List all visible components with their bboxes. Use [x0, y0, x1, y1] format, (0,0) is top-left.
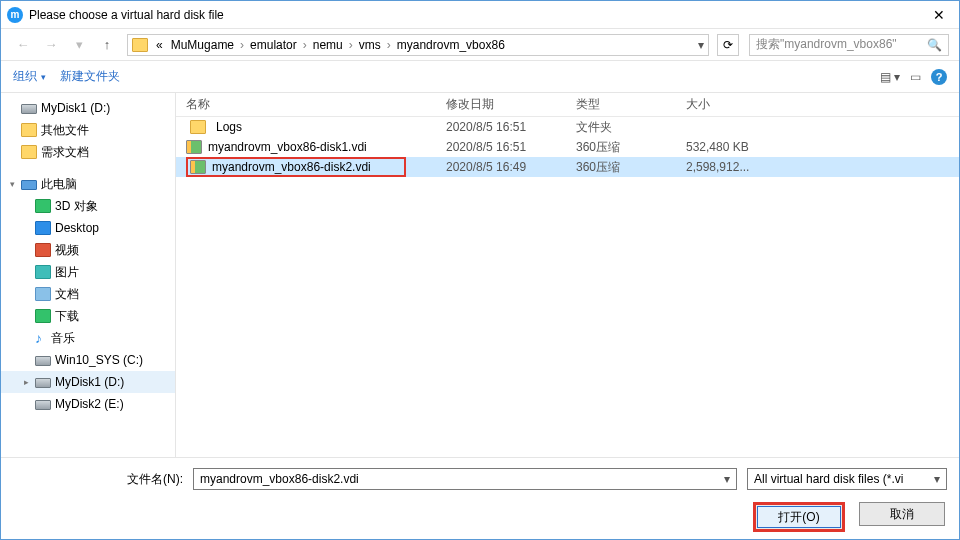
- sidebar-item-documents[interactable]: ▸文档: [1, 283, 175, 305]
- organize-menu[interactable]: 组织: [13, 68, 46, 85]
- cancel-button[interactable]: 取消: [859, 502, 945, 526]
- window-title: Please choose a virtual hard disk file: [29, 8, 919, 22]
- drive-icon: [21, 104, 37, 114]
- column-headers: 名称 修改日期 类型 大小: [176, 93, 959, 117]
- sidebar-item-drive-d[interactable]: ▸MyDisk1 (D:): [1, 371, 175, 393]
- music-icon: ♪: [35, 331, 47, 345]
- chevron-down-icon[interactable]: ▾: [698, 38, 704, 52]
- nav-recent-dropdown[interactable]: ▾: [67, 33, 91, 57]
- drive-icon: [35, 356, 51, 366]
- pc-icon: [21, 180, 37, 190]
- search-icon[interactable]: 🔍: [927, 38, 942, 52]
- breadcrumb-item[interactable]: emulator: [246, 38, 301, 52]
- search-placeholder: 搜索"myandrovm_vbox86": [756, 36, 897, 53]
- chevron-right-icon: ›: [240, 38, 244, 52]
- file-row[interactable]: myandrovm_vbox86-disk1.vdi 2020/8/5 16:5…: [176, 137, 959, 157]
- disk-file-icon: [186, 140, 202, 154]
- filename-label: 文件名(N):: [13, 471, 183, 488]
- open-button[interactable]: 打开(O): [753, 502, 845, 532]
- chevron-right-icon: ›: [303, 38, 307, 52]
- folder-icon: [132, 38, 148, 52]
- app-icon: m: [7, 7, 23, 23]
- sidebar-item-folder[interactable]: ▸其他文件: [1, 119, 175, 141]
- breadcrumb-item[interactable]: vms: [355, 38, 385, 52]
- close-button[interactable]: ✕: [919, 1, 959, 29]
- chevron-down-icon[interactable]: ▾: [724, 472, 730, 486]
- dialog-footer: 文件名(N): myandrovm_vbox86-disk2.vdi ▾ All…: [1, 457, 959, 539]
- picture-icon: [35, 265, 51, 279]
- new-folder-button[interactable]: 新建文件夹: [60, 68, 120, 85]
- file-open-dialog: m Please choose a virtual hard disk file…: [0, 0, 960, 540]
- sidebar-item-this-pc[interactable]: ▾此电脑: [1, 173, 175, 195]
- breadcrumb-item[interactable]: myandrovm_vbox86: [393, 38, 509, 52]
- breadcrumb-prefix: «: [152, 38, 167, 52]
- drive-icon: [35, 378, 51, 388]
- nav-forward-button[interactable]: →: [39, 33, 63, 57]
- toolbar: 组织 新建文件夹 ▤ ▾ ▭ ?: [1, 61, 959, 93]
- file-row-selected[interactable]: myandrovm_vbox86-disk2.vdi 2020/8/5 16:4…: [176, 157, 959, 177]
- 3d-icon: [35, 199, 51, 213]
- filename-input[interactable]: myandrovm_vbox86-disk2.vdi ▾: [193, 468, 737, 490]
- folder-icon: [190, 120, 206, 134]
- file-row[interactable]: Logs 2020/8/5 16:51 文件夹: [176, 117, 959, 137]
- document-icon: [35, 287, 51, 301]
- dialog-body: ▸MyDisk1 (D:) ▸其他文件 ▸需求文档 ▾此电脑 ▸3D 对象 ▸D…: [1, 93, 959, 457]
- sidebar-item-pictures[interactable]: ▸图片: [1, 261, 175, 283]
- desktop-icon: [35, 221, 51, 235]
- search-input[interactable]: 搜索"myandrovm_vbox86" 🔍: [749, 34, 949, 56]
- sidebar-item-drive-e[interactable]: ▸MyDisk2 (E:): [1, 393, 175, 415]
- expand-icon[interactable]: ▸: [21, 377, 31, 387]
- col-size[interactable]: 大小: [676, 96, 786, 113]
- filetype-filter[interactable]: All virtual hard disk files (*.vi ▾: [747, 468, 947, 490]
- col-type[interactable]: 类型: [566, 96, 676, 113]
- download-icon: [35, 309, 51, 323]
- sidebar-item-drive-c[interactable]: ▸Win10_SYS (C:): [1, 349, 175, 371]
- chevron-right-icon: ›: [387, 38, 391, 52]
- sidebar-item-desktop[interactable]: ▸Desktop: [1, 217, 175, 239]
- drive-icon: [35, 400, 51, 410]
- chevron-right-icon: ›: [349, 38, 353, 52]
- expand-icon[interactable]: ▾: [7, 179, 17, 189]
- refresh-button[interactable]: ⟳: [717, 34, 739, 56]
- breadcrumb-item[interactable]: MuMugame: [167, 38, 238, 52]
- breadcrumb-item[interactable]: nemu: [309, 38, 347, 52]
- view-options-button[interactable]: ▤ ▾: [880, 70, 900, 84]
- sidebar-item-downloads[interactable]: ▸下载: [1, 305, 175, 327]
- sidebar-item-3d-objects[interactable]: ▸3D 对象: [1, 195, 175, 217]
- nav-bar: ← → ▾ ↑ « MuMugame › emulator › nemu › v…: [1, 29, 959, 61]
- nav-up-button[interactable]: ↑: [95, 33, 119, 57]
- file-list: 名称 修改日期 类型 大小 Logs 2020/8/5 16:51 文件夹 my…: [176, 93, 959, 457]
- breadcrumb[interactable]: « MuMugame › emulator › nemu › vms › mya…: [127, 34, 709, 56]
- col-date[interactable]: 修改日期: [436, 96, 566, 113]
- chevron-down-icon[interactable]: ▾: [934, 472, 940, 486]
- sidebar-item-music[interactable]: ▸♪音乐: [1, 327, 175, 349]
- nav-back-button[interactable]: ←: [11, 33, 35, 57]
- titlebar: m Please choose a virtual hard disk file…: [1, 1, 959, 29]
- preview-pane-button[interactable]: ▭: [910, 70, 921, 84]
- sidebar-item-drive[interactable]: ▸MyDisk1 (D:): [1, 97, 175, 119]
- nav-sidebar: ▸MyDisk1 (D:) ▸其他文件 ▸需求文档 ▾此电脑 ▸3D 对象 ▸D…: [1, 93, 176, 457]
- col-name[interactable]: 名称: [176, 96, 436, 113]
- disk-file-icon: [190, 160, 206, 174]
- help-button[interactable]: ?: [931, 69, 947, 85]
- sidebar-item-videos[interactable]: ▸视频: [1, 239, 175, 261]
- folder-icon: [21, 145, 37, 159]
- folder-icon: [21, 123, 37, 137]
- video-icon: [35, 243, 51, 257]
- sidebar-item-folder[interactable]: ▸需求文档: [1, 141, 175, 163]
